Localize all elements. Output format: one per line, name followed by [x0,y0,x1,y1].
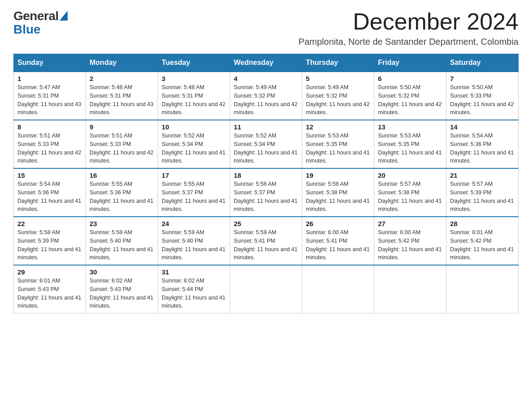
day-number: 1 [17,75,82,82]
week-row-1: 1 Sunrise: 5:47 AM Sunset: 5:31 PM Dayli… [14,72,519,120]
daylight-label: Daylight: 11 hours and 41 minutes. [306,198,369,213]
calendar-cell: 13 Sunrise: 5:53 AM Sunset: 5:35 PM Dayl… [374,120,446,168]
sunrise-label: Sunrise: 5:58 AM [90,229,132,235]
day-number: 12 [306,123,370,131]
calendar-cell: 29 Sunrise: 6:01 AM Sunset: 5:43 PM Dayl… [14,265,86,313]
sunset-label: Sunset: 5:40 PM [90,238,131,244]
sunrise-label: Sunrise: 5:53 AM [378,133,420,139]
day-number: 29 [17,268,82,276]
sunrise-label: Sunrise: 5:51 AM [17,133,60,139]
sunset-label: Sunset: 5:41 PM [234,238,275,244]
calendar-cell: 4 Sunrise: 5:49 AM Sunset: 5:32 PM Dayli… [230,72,302,120]
day-info: Sunrise: 5:54 AM Sunset: 5:36 PM Dayligh… [450,132,515,165]
sunset-label: Sunset: 5:38 PM [306,189,347,196]
sunset-label: Sunset: 5:42 PM [450,238,491,244]
day-number: 30 [90,268,154,276]
sunset-label: Sunset: 5:31 PM [17,93,59,99]
sunrise-label: Sunrise: 5:58 AM [17,229,60,235]
day-number: 6 [378,75,442,82]
sunrise-label: Sunrise: 5:56 AM [234,181,276,187]
sunset-label: Sunset: 5:37 PM [234,189,275,196]
sunset-label: Sunset: 5:36 PM [90,189,131,196]
day-info: Sunrise: 6:00 AM Sunset: 5:41 PM Dayligh… [306,228,370,262]
day-info: Sunrise: 5:52 AM Sunset: 5:34 PM Dayligh… [234,132,298,165]
week-row-2: 8 Sunrise: 5:51 AM Sunset: 5:33 PM Dayli… [14,120,519,168]
daylight-label: Daylight: 11 hours and 41 minutes. [378,150,442,164]
sunset-label: Sunset: 5:43 PM [90,286,131,292]
calendar-cell: 24 Sunrise: 5:59 AM Sunset: 5:40 PM Dayl… [158,217,230,265]
week-row-4: 22 Sunrise: 5:58 AM Sunset: 5:39 PM Dayl… [14,217,519,265]
sunrise-label: Sunrise: 5:59 AM [162,229,204,235]
sunrise-label: Sunrise: 5:48 AM [90,84,132,90]
daylight-label: Daylight: 11 hours and 41 minutes. [17,246,81,261]
sunrise-label: Sunrise: 6:02 AM [162,278,204,284]
sunset-label: Sunset: 5:32 PM [234,93,275,99]
day-number: 27 [378,220,442,227]
calendar-cell: 22 Sunrise: 5:58 AM Sunset: 5:39 PM Dayl… [14,217,86,265]
calendar-cell: 7 Sunrise: 5:50 AM Sunset: 5:33 PM Dayli… [446,72,519,120]
calendar-cell: 14 Sunrise: 5:54 AM Sunset: 5:36 PM Dayl… [446,120,519,168]
week-row-5: 29 Sunrise: 6:01 AM Sunset: 5:43 PM Dayl… [14,265,519,313]
calendar-cell: 11 Sunrise: 5:52 AM Sunset: 5:34 PM Dayl… [230,120,302,168]
sunrise-label: Sunrise: 6:00 AM [378,229,420,235]
sunrise-label: Sunrise: 5:52 AM [234,133,276,139]
sunset-label: Sunset: 5:37 PM [162,189,203,196]
day-number: 26 [306,220,370,227]
weekday-header-wednesday: Wednesday [230,54,302,72]
sunset-label: Sunset: 5:41 PM [306,238,347,244]
sunset-label: Sunset: 5:44 PM [162,286,203,292]
day-number: 3 [162,75,226,82]
day-number: 25 [234,220,298,227]
sunset-label: Sunset: 5:42 PM [378,238,419,244]
day-info: Sunrise: 5:51 AM Sunset: 5:33 PM Dayligh… [17,132,82,165]
sunset-label: Sunset: 5:35 PM [306,141,347,147]
daylight-label: Daylight: 11 hours and 41 minutes. [17,295,81,309]
day-number: 5 [306,75,370,82]
weekday-header-tuesday: Tuesday [158,54,230,72]
sunrise-label: Sunrise: 5:52 AM [162,133,204,139]
calendar-cell: 16 Sunrise: 5:55 AM Sunset: 5:36 PM Dayl… [86,168,158,217]
day-number: 13 [378,123,442,131]
calendar-cell: 27 Sunrise: 6:00 AM Sunset: 5:42 PM Dayl… [374,217,446,265]
calendar-cell: 15 Sunrise: 5:54 AM Sunset: 5:36 PM Dayl… [14,168,86,217]
day-info: Sunrise: 5:48 AM Sunset: 5:31 PM Dayligh… [162,83,226,117]
daylight-label: Daylight: 11 hours and 42 minutes. [90,150,153,164]
calendar-cell: 3 Sunrise: 5:48 AM Sunset: 5:31 PM Dayli… [158,72,230,120]
sunset-label: Sunset: 5:36 PM [450,141,491,147]
sunset-label: Sunset: 5:43 PM [17,286,59,292]
daylight-label: Daylight: 11 hours and 42 minutes. [17,150,81,164]
location-title: Pamplonita, Norte de Santander Departmen… [299,37,519,47]
daylight-label: Daylight: 11 hours and 41 minutes. [306,246,369,261]
daylight-label: Daylight: 11 hours and 41 minutes. [17,198,81,213]
logo-blue-text: Blue [13,22,41,37]
daylight-label: Daylight: 11 hours and 41 minutes. [162,150,225,164]
page-header: General Blue December 2024 Pamplonita, N… [13,9,519,47]
logo-triangle-icon [60,11,68,21]
day-info: Sunrise: 5:57 AM Sunset: 5:39 PM Dayligh… [450,180,515,214]
day-info: Sunrise: 5:53 AM Sunset: 5:35 PM Dayligh… [378,132,442,165]
day-number: 8 [17,123,82,131]
day-info: Sunrise: 5:54 AM Sunset: 5:36 PM Dayligh… [17,180,82,214]
sunset-label: Sunset: 5:39 PM [450,189,491,196]
weekday-header-saturday: Saturday [446,54,519,72]
calendar-cell: 10 Sunrise: 5:52 AM Sunset: 5:34 PM Dayl… [158,120,230,168]
calendar-cell [302,265,374,313]
sunset-label: Sunset: 5:33 PM [17,141,59,147]
day-info: Sunrise: 5:58 AM Sunset: 5:40 PM Dayligh… [90,228,154,262]
weekday-header-sunday: Sunday [14,54,86,72]
day-info: Sunrise: 5:49 AM Sunset: 5:32 PM Dayligh… [306,83,370,117]
daylight-label: Daylight: 11 hours and 42 minutes. [450,101,514,116]
daylight-label: Daylight: 11 hours and 41 minutes. [90,246,153,261]
day-number: 28 [450,220,515,227]
sunrise-label: Sunrise: 5:51 AM [90,133,132,139]
sunrise-label: Sunrise: 5:57 AM [378,181,420,187]
sunset-label: Sunset: 5:34 PM [162,141,203,147]
day-number: 11 [234,123,298,131]
day-number: 7 [450,75,515,82]
calendar-cell: 31 Sunrise: 6:02 AM Sunset: 5:44 PM Dayl… [158,265,230,313]
sunset-label: Sunset: 5:34 PM [234,141,275,147]
daylight-label: Daylight: 11 hours and 41 minutes. [234,150,297,164]
day-info: Sunrise: 5:59 AM Sunset: 5:40 PM Dayligh… [162,228,226,262]
calendar-cell: 9 Sunrise: 5:51 AM Sunset: 5:33 PM Dayli… [86,120,158,168]
sunrise-label: Sunrise: 6:01 AM [17,278,60,284]
